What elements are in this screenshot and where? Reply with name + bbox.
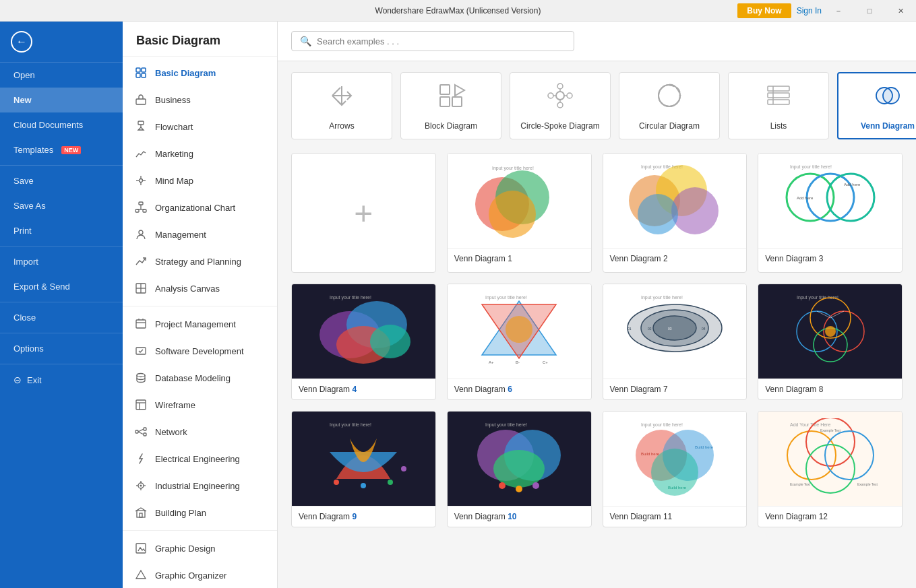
nav-item-basic-diagram[interactable]: Basic Diagram xyxy=(123,59,277,86)
nav-item-marketing[interactable]: Marketing xyxy=(123,140,277,167)
nav-item-analysis[interactable]: Analysis Canvas xyxy=(123,275,277,302)
svg-text:Add here: Add here xyxy=(844,183,861,187)
template-card-venn8[interactable]: Input your title here! Venn Diagram 8 xyxy=(758,284,903,400)
nav-item-electrical[interactable]: Electrical Engineering xyxy=(123,445,277,472)
circle-spoke-label: Circle-Spoke Diagram xyxy=(520,121,599,131)
search-input[interactable] xyxy=(317,36,566,46)
circular-label: Circular Diagram xyxy=(639,121,700,131)
nav-item-mindmap[interactable]: Mind Map xyxy=(123,167,277,194)
svg-rect-42 xyxy=(137,511,145,517)
title-bar-controls: − □ ✕ xyxy=(823,0,916,22)
svg-point-27 xyxy=(137,374,145,377)
nav-item-project[interactable]: Project Management xyxy=(123,311,277,337)
sidebar-item-save-as[interactable]: Save As xyxy=(0,193,123,218)
type-card-lists[interactable]: Lists xyxy=(728,72,829,139)
type-card-arrows[interactable]: Arrows xyxy=(291,72,392,139)
nav-item-org-chart[interactable]: Organizational Chart xyxy=(123,194,277,221)
search-box[interactable]: 🔍 xyxy=(291,31,574,51)
template-card-venn10[interactable]: Input your title here! Venn Diagram 10 xyxy=(447,411,592,527)
nav-label-industrial: Industrial Engineering xyxy=(155,481,240,491)
nav-label-database: Database Modeling xyxy=(155,373,231,383)
sidebar-item-close[interactable]: Close xyxy=(0,305,123,330)
nav-label-graphic-organizer: Graphic Organizer xyxy=(155,570,226,581)
template-card-venn12[interactable]: Add Your Title Here Example Text Example… xyxy=(758,411,903,527)
new-template-card[interactable]: + xyxy=(291,153,436,273)
template-card-venn7[interactable]: Input your title here! 01 02 03 04 Venn … xyxy=(603,284,747,400)
title-bar: Wondershare EdrawMax (Unlicensed Version… xyxy=(0,0,916,22)
svg-text:Example Text: Example Text xyxy=(790,482,811,486)
venn4-highlight: 4 xyxy=(352,385,357,394)
sidebar-item-export[interactable]: Export & Send xyxy=(0,274,123,299)
graphic-design-icon xyxy=(133,541,148,556)
svg-text:Input your title here!: Input your title here! xyxy=(485,295,527,300)
type-card-circle-spoke[interactable]: Circle-Spoke Diagram xyxy=(510,72,611,139)
sidebar-label-save-as: Save As xyxy=(13,201,46,211)
sidebar-item-templates[interactable]: Templates NEW xyxy=(0,137,123,162)
svg-rect-13 xyxy=(139,202,143,205)
svg-point-61 xyxy=(567,93,572,98)
nav-item-building[interactable]: Building Plan xyxy=(123,499,277,526)
type-card-venn[interactable]: Venn Diagram xyxy=(837,72,916,139)
sidebar-item-cloud[interactable]: Cloud Documents xyxy=(0,112,123,137)
svg-text:Input your title here!: Input your title here! xyxy=(330,422,371,428)
content-area: Arrows Block Diagram xyxy=(278,61,916,588)
svg-rect-5 xyxy=(138,121,144,125)
nav-label-electrical: Electrical Engineering xyxy=(155,454,240,464)
svg-text:Example Text: Example Text xyxy=(820,428,841,432)
nav-item-strategy[interactable]: Strategy and Planning xyxy=(123,248,277,275)
svg-point-97 xyxy=(506,316,532,343)
nav-item-wireframe[interactable]: Wireframe xyxy=(123,391,277,418)
svg-point-130 xyxy=(516,486,522,492)
type-card-circular[interactable]: Circular Diagram xyxy=(619,72,720,139)
template-card-venn4[interactable]: Input your title here! Venn Diagram 4 xyxy=(291,284,436,400)
svg-point-58 xyxy=(557,84,563,89)
svg-text:Input your title here!: Input your title here! xyxy=(330,295,371,300)
template-card-venn6[interactable]: Input your title here! A+ B- C+ Venn Dia… xyxy=(447,284,592,400)
close-button[interactable]: ✕ xyxy=(885,0,916,22)
nav-item-graphic-organizer[interactable]: Graphic Organizer xyxy=(123,562,277,588)
template-card-venn1[interactable]: Input your title here! Venn Diagram 1 xyxy=(447,153,592,273)
building-icon xyxy=(133,505,148,520)
back-button[interactable]: ← xyxy=(0,22,123,63)
nav-label-graphic-design: Graphic Design xyxy=(155,544,216,554)
template-card-venn9[interactable]: Input your title here! Venn Diagram 9 xyxy=(291,411,436,527)
network-icon xyxy=(133,424,148,439)
nav-label-business: Business xyxy=(155,95,191,105)
svg-rect-28 xyxy=(136,400,146,410)
type-card-block[interactable]: Block Diagram xyxy=(400,72,501,139)
minimize-button[interactable]: − xyxy=(823,0,854,22)
nav-item-software[interactable]: Software Development xyxy=(123,337,277,364)
template-card-venn2[interactable]: Input your title here! Venn Diagram 2 xyxy=(603,153,747,273)
sidebar-item-save[interactable]: Save xyxy=(0,168,123,193)
sidebar-label-save: Save xyxy=(13,176,34,186)
sidebar-item-print[interactable]: Print xyxy=(0,218,123,243)
nav-item-database[interactable]: Database Modeling xyxy=(123,364,277,391)
venn-label: Venn Diagram xyxy=(861,121,915,131)
management-icon xyxy=(133,227,148,242)
sidebar-item-import[interactable]: Import xyxy=(0,249,123,274)
venn9-label: Venn Diagram 9 xyxy=(292,506,435,527)
nav-label-analysis: Analysis Canvas xyxy=(155,284,220,294)
venn9-highlight: 9 xyxy=(352,512,357,521)
nav-item-network[interactable]: Network xyxy=(123,418,277,445)
nav-item-industrial[interactable]: Industrial Engineering xyxy=(123,472,277,499)
sidebar-item-options[interactable]: Options xyxy=(0,336,123,361)
svg-rect-55 xyxy=(440,97,450,106)
buy-now-button[interactable]: Buy Now xyxy=(737,3,791,18)
sign-in-link[interactable]: Sign In xyxy=(797,6,822,15)
nav-item-graphic-design[interactable]: Graphic Design xyxy=(123,535,277,562)
nav-item-flowchart[interactable]: Flowchart xyxy=(123,113,277,140)
nav-label-software: Software Development xyxy=(155,346,244,356)
template-card-venn3[interactable]: Input your title here! Add here Add here… xyxy=(758,153,903,273)
maximize-button[interactable]: □ xyxy=(854,0,885,22)
mindmap-icon xyxy=(133,173,148,188)
sidebar-item-new[interactable]: New xyxy=(0,88,123,112)
svg-rect-4 xyxy=(136,99,146,104)
sidebar-item-exit[interactable]: ⊝ Exit xyxy=(0,367,123,393)
sidebar-item-open[interactable]: Open xyxy=(0,63,123,88)
nav-item-management[interactable]: Management xyxy=(123,221,277,248)
template-card-venn11[interactable]: Input your title here! Build here Build … xyxy=(603,411,747,527)
svg-point-60 xyxy=(548,93,553,98)
svg-rect-26 xyxy=(136,348,146,354)
nav-item-business[interactable]: Business xyxy=(123,86,277,113)
